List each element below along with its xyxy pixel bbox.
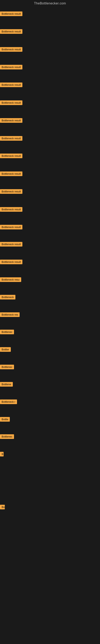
bottleneck-badge[interactable]: Bottleneck result — [0, 154, 22, 158]
bottleneck-badge[interactable]: Bottleneck res — [0, 312, 20, 317]
bottleneck-badge[interactable]: Bo — [0, 505, 5, 509]
bottleneck-item: Bottleneck result — [0, 47, 22, 52]
bottleneck-badge[interactable]: Bottleneck result — [0, 82, 22, 87]
bottleneck-badge[interactable]: Bottleneck result — [0, 242, 22, 246]
bottleneck-badge[interactable]: Bottleneck result — [0, 172, 22, 176]
bottleneck-badge[interactable]: Bottleneck result — [0, 29, 22, 34]
bottleneck-badge[interactable]: Bottler — [0, 347, 11, 352]
bottleneck-item: Bottlenec — [0, 434, 14, 440]
bottleneck-item: Bottlene — [0, 382, 13, 388]
bottleneck-item: Bottleneck result — [0, 172, 22, 177]
bottleneck-item: Bottleneck result — [0, 260, 22, 265]
bottleneck-badge[interactable]: Bottlenec — [0, 434, 14, 439]
bottleneck-badge[interactable]: Bottleneck result — [0, 225, 22, 230]
bottleneck-badge[interactable]: Bottle — [0, 417, 10, 422]
bottleneck-badge[interactable]: Bottleneck result — [0, 100, 22, 105]
bottleneck-badge[interactable]: Bottleneck result — [0, 118, 22, 123]
bottleneck-badge[interactable]: Bottleneck result — [0, 207, 22, 212]
bottleneck-badge[interactable]: Bottlenec — [0, 365, 14, 369]
bottleneck-item: Bottleneck res — [0, 312, 20, 318]
bottleneck-item: Bottle — [0, 417, 10, 422]
site-title: TheBottlenecker.com — [0, 0, 100, 6]
bottleneck-badge[interactable]: Bottleneck result — [0, 136, 22, 141]
bottleneck-badge[interactable]: Bottleneck result — [0, 189, 22, 194]
bottleneck-item: Bottleneck result — [0, 242, 22, 247]
bottleneck-item: Bottleneck result — [0, 225, 22, 230]
bottleneck-item: Bottler — [0, 347, 11, 352]
bottleneck-item: Bottleneck — [0, 295, 15, 300]
bottleneck-badge[interactable]: Bottleneck — [0, 295, 15, 300]
bottleneck-badge[interactable]: Bottleneck result — [0, 65, 22, 70]
bottleneck-item: Bottleneck r — [0, 400, 17, 405]
bottleneck-item: Bottleneck result — [0, 136, 22, 142]
bottleneck-item: Bottleneck result — [0, 189, 22, 194]
bottleneck-badge[interactable]: Bottleneck resu — [0, 277, 21, 282]
bottleneck-item: Bottleneck result — [0, 118, 22, 124]
bottleneck-item: Bottleneck resu — [0, 277, 21, 283]
bottleneck-item: Bo — [0, 505, 5, 510]
bottleneck-item: Bottleneck result — [0, 82, 22, 88]
bottleneck-item: Bottleneck result — [0, 29, 22, 34]
bottleneck-badge[interactable]: Bottleneck r — [0, 400, 17, 404]
bottleneck-item: Bottleneck result — [0, 154, 22, 159]
bottleneck-item: Bottleneck result — [0, 65, 22, 70]
bottleneck-badge[interactable]: Bottleneck result — [0, 47, 22, 52]
bottleneck-item: Bottlenec — [0, 365, 14, 370]
bottleneck-badge[interactable]: Bottlene — [0, 382, 13, 386]
bottleneck-item: B — [0, 452, 3, 457]
bottleneck-badge[interactable]: Bottleneck result — [0, 12, 22, 16]
bottleneck-item: Bottleneck result — [0, 100, 22, 106]
bottleneck-item: Bottleneck result — [0, 12, 22, 17]
bottleneck-item: Bottlenec — [0, 330, 14, 335]
bottleneck-badge[interactable]: Bottleneck result — [0, 260, 22, 264]
bottleneck-badge[interactable]: Bottlenec — [0, 330, 14, 334]
bottleneck-badge[interactable]: B — [0, 452, 3, 456]
bottleneck-item: Bottleneck result — [0, 207, 22, 212]
